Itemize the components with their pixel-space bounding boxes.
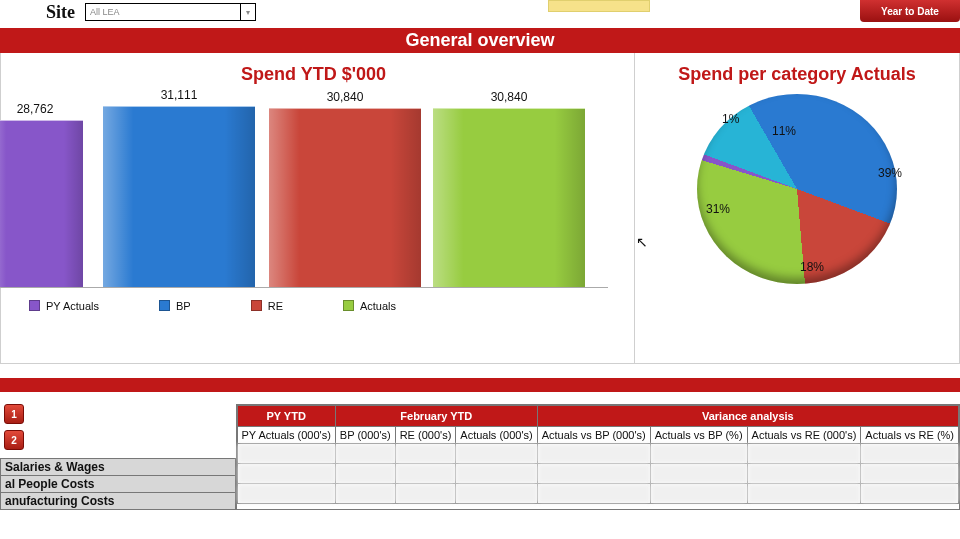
list-item[interactable]: anufacturing Costs xyxy=(1,493,235,510)
table-row xyxy=(237,464,958,484)
site-label: Site xyxy=(46,2,75,23)
col-group: February YTD xyxy=(335,406,537,427)
section-ribbon: General overview xyxy=(0,28,960,53)
col-group: PY YTD xyxy=(237,406,335,427)
bar-bp xyxy=(103,106,255,287)
expand-button-2[interactable]: 2 xyxy=(4,430,24,450)
pie-slice-label: 18% xyxy=(800,260,824,274)
bar-actuals xyxy=(433,108,585,287)
pie-chart-title: Spend per category Actuals xyxy=(643,65,951,84)
col-group: Variance analysis xyxy=(537,406,958,427)
pie-chart-panel: Spend per category Actuals 39% 18% 31% 1… xyxy=(635,53,959,363)
col-header[interactable]: BP (000's) xyxy=(335,427,395,444)
info-note xyxy=(548,0,650,12)
col-header[interactable]: Actuals (000's) xyxy=(456,427,537,444)
bar-re xyxy=(269,108,421,287)
category-list: Salaries & Wages al People Costs anufact… xyxy=(0,458,236,510)
table-row xyxy=(237,484,958,504)
section-divider xyxy=(0,378,960,392)
pie-slice-label: 1% xyxy=(722,112,739,126)
legend-label: PY Actuals xyxy=(46,300,99,312)
bar-value: 30,840 xyxy=(491,90,528,104)
col-header[interactable]: PY Actuals (000's) xyxy=(237,427,335,444)
site-select-value: All LEA xyxy=(90,7,120,17)
col-header[interactable]: Actuals vs BP (000's) xyxy=(537,427,650,444)
pie-slice-label: 11% xyxy=(772,124,796,138)
bar-legend: PY Actuals BP RE Actuals xyxy=(29,300,608,312)
bar-value: 31,111 xyxy=(161,88,198,102)
expand-button-1[interactable]: 1 xyxy=(4,404,24,424)
col-header[interactable]: Actuals vs RE (000's) xyxy=(747,427,861,444)
list-item[interactable]: Salaries & Wages xyxy=(1,459,235,476)
bar-chart: 28,762 31,111 30,840 30,840 PY Act xyxy=(0,86,626,316)
col-header[interactable]: Actuals vs BP (%) xyxy=(650,427,747,444)
legend-label: BP xyxy=(176,300,191,312)
col-header[interactable]: Actuals vs RE (%) xyxy=(861,427,959,444)
site-select[interactable]: All LEA ▾ xyxy=(85,3,256,21)
table-row xyxy=(237,444,958,464)
bar-chart-panel: Spend YTD $'000 28,762 31,111 30,840 30,… xyxy=(1,53,635,363)
year-to-date-button[interactable]: Year to Date xyxy=(860,0,960,22)
data-grid: PY YTD February YTD Variance analysis PY… xyxy=(236,404,960,510)
pie-slice-label: 39% xyxy=(878,166,902,180)
bar-chart-title: Spend YTD $'000 xyxy=(1,65,626,84)
chevron-down-icon[interactable]: ▾ xyxy=(240,3,256,21)
chart-baseline xyxy=(0,287,608,288)
legend-label: RE xyxy=(268,300,283,312)
bar-value: 30,840 xyxy=(327,90,364,104)
list-item[interactable]: al People Costs xyxy=(1,476,235,493)
col-header[interactable]: RE (000's) xyxy=(395,427,456,444)
legend-label: Actuals xyxy=(360,300,396,312)
bar-value: 28,762 xyxy=(17,102,54,116)
bar-py-actuals xyxy=(0,120,83,287)
pie-slice-label: 31% xyxy=(706,202,730,216)
